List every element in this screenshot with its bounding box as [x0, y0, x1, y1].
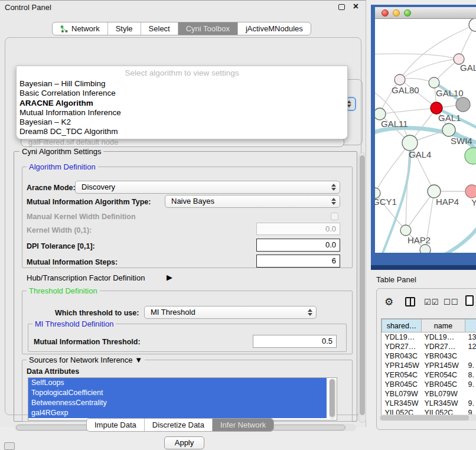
- mi-threshold-field[interactable]: 0.5: [253, 335, 337, 348]
- column-header[interactable]: name: [422, 319, 465, 332]
- columns-icon[interactable]: [405, 297, 415, 306]
- network-edge[interactable]: [380, 108, 436, 114]
- algorithm-option[interactable]: Mutual Information Inference: [17, 108, 347, 118]
- algorithm-option[interactable]: Dream8 DC_TDC Algorithm: [17, 127, 347, 136]
- mi-steps-field[interactable]: 6: [256, 255, 340, 268]
- table-header-row[interactable]: shared…nameA: [382, 319, 476, 332]
- algorithm-options-list: Bayesian – Hill ClimbingBasic Correlatio…: [17, 79, 347, 137]
- network-node-GAL11[interactable]: [375, 108, 386, 120]
- table-cell: 9.: [465, 380, 476, 389]
- which-threshold-select[interactable]: MI Threshold: [144, 306, 317, 319]
- tab-impute-data[interactable]: Impute Data: [87, 419, 145, 431]
- table-row[interactable]: YBR045CYBR045C9.: [382, 380, 476, 389]
- algorithm-option[interactable]: Basic Correlation Inference: [17, 89, 347, 98]
- mi-type-select[interactable]: Naive Bayes: [165, 195, 340, 208]
- control-panel-titlebar[interactable]: Control Panel ×: [0, 1, 366, 15]
- tab-cyni-toolbox[interactable]: Cyni Toolbox: [178, 22, 238, 35]
- tab-label: Impute Data: [94, 420, 136, 429]
- apply-button[interactable]: Apply: [164, 436, 204, 449]
- column-header[interactable]: A: [465, 319, 476, 332]
- collapse-arrow-icon[interactable]: ▶: [167, 273, 172, 282]
- network-edge[interactable]: [400, 59, 459, 80]
- select-all-checkboxes-icon[interactable]: ☑☑: [424, 298, 439, 306]
- dpi-tolerance-field[interactable]: 0.0: [256, 239, 340, 252]
- network-node-GAL4[interactable]: [402, 135, 418, 151]
- node-label: GAL1: [438, 113, 461, 123]
- manual-kernel-label: Manual Kernel Width Definition: [27, 213, 136, 221]
- table-row[interactable]: YDR27…YDR27…12: [382, 342, 476, 351]
- network-edge[interactable]: [387, 223, 476, 253]
- manual-kernel-checkbox[interactable]: [331, 213, 338, 220]
- new-table-icon[interactable]: [465, 295, 474, 306]
- settings-vertical-scrollbar[interactable]: [358, 152, 366, 423]
- attribute-item[interactable]: SelfLoops: [28, 378, 327, 388]
- algorithm-option[interactable]: Bayesian – Hill Climbing: [17, 79, 347, 89]
- table-row[interactable]: YDL19…YDL19…13: [382, 332, 476, 342]
- attribute-item[interactable]: BetweennessCentrality: [28, 398, 327, 408]
- table-cell: 8.: [465, 370, 476, 380]
- node-label: Y: [471, 197, 476, 207]
- hub-definition-label[interactable]: Hub/Transcription Factor Definition: [27, 273, 145, 282]
- aracne-mode-select[interactable]: Discovery: [75, 181, 340, 194]
- table-horizontal-scrollbar[interactable]: [379, 415, 476, 421]
- stepper-icon: [308, 309, 312, 316]
- table-row[interactable]: YLR345WYLR345W9.: [382, 399, 476, 408]
- tab-jactivemnodules[interactable]: jActiveMNodules: [238, 22, 311, 35]
- table-cell: YBR043C: [422, 351, 465, 361]
- network-canvas[interactable]: GALGAL80GAL10GAL1GAL11SWI4GAL4GCY1HAP4YH…: [375, 19, 476, 253]
- network-node-GAL80[interactable]: [395, 74, 405, 85]
- data-attributes-list: SelfLoopsTopologicalCoefficientBetweenne…: [28, 378, 337, 418]
- tab-label: Cyni Toolbox: [186, 24, 230, 33]
- table-cell: [465, 351, 476, 361]
- scrollbar-thumb[interactable]: [380, 415, 469, 420]
- network-node-GAL1-red[interactable]: [431, 102, 442, 114]
- network-node-SWI4[interactable]: [442, 123, 455, 136]
- network-node-HAP4[interactable]: [428, 185, 441, 198]
- control-panel-tabs: NetworkStyleSelectCyni ToolboxjActiveMNo…: [52, 22, 311, 35]
- table-row[interactable]: YBL079WYBL079W: [382, 389, 476, 399]
- tab-style[interactable]: Style: [108, 22, 141, 35]
- table-row[interactable]: YBR043CYBR043C: [382, 351, 476, 361]
- gear-icon[interactable]: ⚙: [384, 296, 393, 308]
- panel-corner-button[interactable]: [4, 442, 15, 450]
- network-node-HAP2[interactable]: [400, 225, 411, 236]
- network-node-bottom-node[interactable]: [420, 244, 431, 253]
- network-node-top-partial[interactable]: [469, 19, 476, 31]
- table-cell: YLR345W: [382, 399, 422, 408]
- network-edge[interactable]: [375, 143, 410, 193]
- algorithm-option[interactable]: ARACNE Algorithm: [17, 99, 347, 108]
- attribute-item[interactable]: gal4RGexp: [28, 408, 327, 418]
- tab-select[interactable]: Select: [141, 22, 178, 35]
- node-attribute-table[interactable]: shared…nameA YDL19…YDL19…13YDR27…YDR27…1…: [381, 318, 476, 415]
- kernel-width-label: Kernel Width (0,1):: [27, 226, 92, 234]
- algorithm-option[interactable]: Bayesian – K2: [17, 118, 347, 127]
- clear-all-checkboxes-icon[interactable]: ☐☐: [444, 298, 458, 306]
- table-row[interactable]: YPR145WYPR145W9.: [382, 361, 476, 370]
- network-edge[interactable]: [375, 54, 459, 59]
- scrollbar-thumb[interactable]: [360, 155, 365, 415]
- network-node-gray-node[interactable]: [456, 97, 470, 112]
- table-cell: [465, 389, 476, 399]
- float-window-icon[interactable]: [338, 4, 345, 10]
- tab-label: Network: [71, 24, 100, 33]
- close-traffic-light[interactable]: [382, 9, 389, 17]
- mi-type-value: Naive Bayes: [171, 197, 214, 206]
- network-window-titlebar[interactable]: [375, 7, 476, 19]
- tab-infer-network[interactable]: Infer Network: [213, 419, 273, 431]
- network-edge[interactable]: [406, 191, 434, 230]
- tab-network[interactable]: Network: [53, 22, 108, 35]
- network-node-salmon[interactable]: [465, 185, 476, 198]
- kernel-width-field[interactable]: 0.0: [256, 223, 340, 235]
- stepper-icon: [331, 184, 336, 191]
- network-node-big-green[interactable]: [465, 148, 476, 164]
- minimize-traffic-light[interactable]: [393, 9, 400, 17]
- network-node-GAL10[interactable]: [429, 77, 439, 88]
- sources-group-title[interactable]: Sources for Network Inference ▼: [27, 356, 145, 364]
- zoom-traffic-light[interactable]: [404, 9, 411, 17]
- column-header[interactable]: shared…: [382, 319, 422, 332]
- attributes-scrollbar[interactable]: [329, 379, 336, 419]
- attribute-item[interactable]: TopologicalCoefficient: [28, 388, 327, 398]
- table-row[interactable]: YER054CYER054C8.: [382, 370, 476, 380]
- tab-discretize-data[interactable]: Discretize Data: [145, 419, 213, 431]
- close-icon[interactable]: ×: [353, 1, 358, 12]
